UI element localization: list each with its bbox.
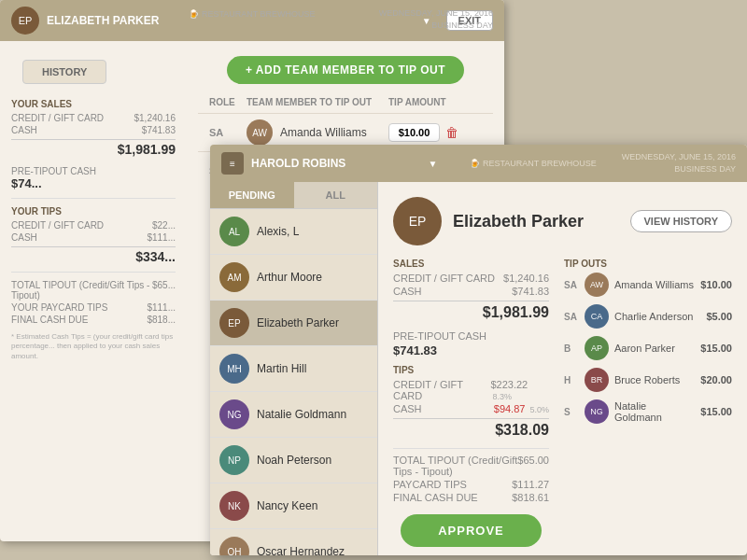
credit-line: CREDIT / GIFT CARD $1,240.16 (11, 113, 176, 123)
sales-detail-total: $1,981.99 (393, 301, 549, 321)
tipout-item-4: H BR Bruce Roberts $20.00 (564, 368, 732, 392)
tipout-item-5: S NG Natalie Goldmann $15.00 (564, 399, 732, 424)
tipout-item-2: SA CA Charlie Anderson $5.00 (564, 304, 732, 329)
list-avatar-martin: MH (219, 354, 249, 384)
detail-left: SALES CREDIT / GIFT CARD $1,240.16 CASH … (393, 259, 549, 547)
back-header-avatar: EP (11, 7, 39, 35)
list-avatar-natalie: NG (219, 399, 249, 429)
tip-outs-section: TIP OUTS SA AW Amanda Williams $10.00 SA… (564, 259, 732, 547)
view-history-button[interactable]: VIEW HISTORY (630, 210, 732, 232)
list-item-alexis[interactable]: AL Alexis, L (210, 209, 377, 255)
list-item-nancy[interactable]: NK Nancy Keen (210, 483, 377, 529)
summary-section: TOTAL TIPOUT (Credit/Gift Tips - Tipout)… (11, 280, 176, 325)
sales-total: $1,981.99 (11, 139, 176, 157)
your-sales-title: YOUR SALES (11, 99, 176, 109)
pre-tipout-section: PRE-TIPOUT CASH $74... (11, 166, 176, 190)
list-item-arthur[interactable]: AM Arthur Moore (210, 255, 377, 301)
tipout-avatar-4: BR (585, 368, 609, 392)
detail-columns: SALES CREDIT / GIFT CARD $1,240.16 CASH … (393, 259, 732, 547)
detail-name: Elizabeth Parker (453, 212, 630, 231)
tip-amount-1[interactable]: $10.00 (388, 123, 440, 142)
delete-icon-1[interactable]: 🗑 (445, 125, 458, 140)
list-avatar-oscar: OH (219, 537, 249, 555)
tipout-avatar-1: AW (585, 273, 609, 297)
front-header-name: HAROLD ROBINS (251, 157, 428, 170)
front-panel: ≡ HAROLD ROBINS ▼ 🍺 RESTAURANT BREWHOUSE… (210, 145, 747, 555)
history-tab[interactable]: HISTORY (22, 60, 106, 84)
front-body: PENDING ALL AL Alexis, L AM Arthur Moore… (210, 182, 747, 555)
list-item-elizabeth[interactable]: EP Elizabeth Parker (210, 301, 377, 346)
list-avatar-arthur: AM (219, 262, 249, 292)
front-date: WEDNESDAY, JUNE 15, 2016BUSINESS DAY (622, 151, 736, 175)
detail-header: EP Elizabeth Parker VIEW HISTORY (393, 197, 732, 245)
list-avatar-alexis: AL (219, 217, 249, 246)
note-text: * Estimated Cash Tips = (your credit/gif… (11, 332, 176, 361)
front-list: PENDING ALL AL Alexis, L AM Arthur Moore… (210, 182, 378, 555)
list-avatar-noah: NP (219, 445, 249, 475)
table-header: ROLE TEAM MEMBER TO TIP OUT TIP AMOUNT (198, 91, 493, 113)
chevron-down-icon-front: ▼ (428, 159, 437, 169)
list-tabs: PENDING ALL (210, 182, 377, 209)
list-avatar-elizabeth: EP (219, 308, 249, 338)
tab-all[interactable]: ALL (294, 182, 378, 208)
front-header: ≡ HAROLD ROBINS ▼ 🍺 RESTAURANT BREWHOUSE… (210, 145, 747, 182)
list-item-natalie[interactable]: NG Natalie Goldmann (210, 392, 377, 438)
list-avatar-nancy: NK (219, 491, 249, 521)
front-detail: EP Elizabeth Parker VIEW HISTORY SALES C… (378, 182, 747, 555)
tipout-item-3: B AP Aaron Parker $15.00 (564, 336, 732, 360)
restaurant-logo-front: 🍺 RESTAURANT BREWHOUSE (444, 159, 621, 168)
cash-line: CASH $741.83 (11, 125, 176, 135)
tipout-avatar-5: NG (585, 399, 609, 424)
tipout-item-1: SA AW Amanda Williams $10.00 (564, 273, 732, 297)
back-date: WEDNESDAY, JUNE 15, 2016BUSINESS DAY (379, 7, 493, 31)
front-header-icon: ≡ (221, 152, 244, 175)
tipout-avatar-3: AP (585, 336, 609, 360)
tab-pending[interactable]: PENDING (210, 182, 294, 208)
your-tips-section: YOUR TIPS CREDIT / GIFT CARD $22... CASH… (11, 206, 176, 264)
add-member-button[interactable]: + ADD TEAM MEMBER TO TIP OUT (227, 56, 464, 84)
list-item-noah[interactable]: NP Noah Peterson (210, 438, 377, 483)
list-item-martin[interactable]: MH Martin Hill (210, 346, 377, 392)
list-item-oscar[interactable]: OH Oscar Hernandez (210, 529, 377, 555)
tip-avatar-1: AW (247, 119, 273, 146)
detail-summary: TOTAL TIPOUT (Credit/Gift Tips - Tipout)… (393, 448, 549, 503)
tips-detail-total: $318.09 (393, 418, 549, 439)
detail-avatar: EP (393, 197, 442, 245)
approve-button[interactable]: APPROVE (401, 514, 542, 547)
tipout-avatar-2: CA (585, 304, 609, 329)
restaurant-logo-back: 🍺 RESTAURANT BREWHOUSE (189, 9, 315, 19)
